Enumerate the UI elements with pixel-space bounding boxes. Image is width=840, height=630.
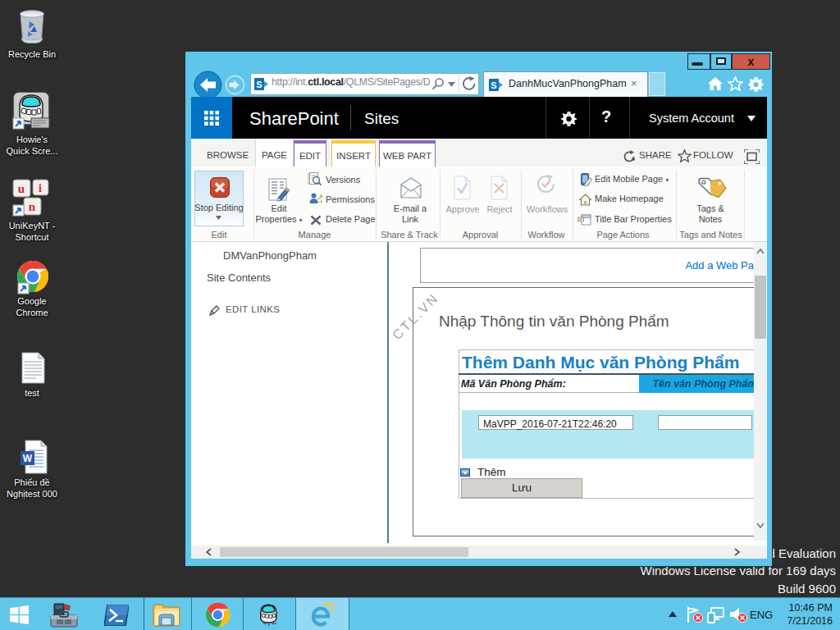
svg-text:S: S xyxy=(256,80,262,89)
svg-text:n: n xyxy=(29,200,36,213)
svg-text:S: S xyxy=(491,80,496,90)
svg-text:u: u xyxy=(18,182,25,195)
svg-text:W: W xyxy=(23,453,33,464)
svg-text:i: i xyxy=(39,182,42,194)
